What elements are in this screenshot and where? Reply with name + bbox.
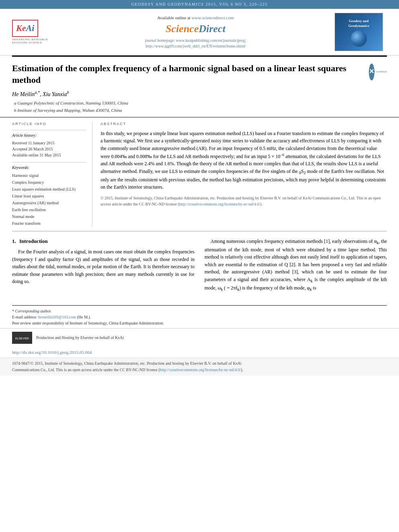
author1: He Meilin [12,91,35,97]
ke-ai-logo: KeAi ADVANCING RESEARCH EVOLVING SCIENCE [12,20,56,45]
journal-cover-title: Geodesy andGeodynamics [347,17,371,30]
footer-license-link[interactable]: http://creativecommons.org/licenses/by-n… [160,368,241,372]
journal-cover-right: Geodesy andGeodynamics [335,13,387,51]
article-info-label: Article Info [12,121,86,127]
svg-text:ELSEVIER: ELSEVIER [15,337,29,340]
intro-body-right: Among numerous complex frequency estimat… [205,238,387,293]
elsevier-logo: ELSEVIER [12,332,32,344]
article-info-column: Article Info Article history: Received 1… [12,121,93,227]
elsevier-logo-svg: ELSEVIER [13,332,31,343]
kw5: Autoregressive (AR) method [12,199,86,206]
intro-right: Among numerous complex frequency estimat… [205,238,387,295]
elsevier-production-text: Production and Hosting by Elsevier on be… [36,335,124,341]
science-word: Science [166,23,199,35]
abstract-body: In this study, we propose a simple linea… [101,130,387,191]
kw8: Fourier transform [12,220,86,227]
globe-graphic [351,31,367,47]
science-direct-logo: ScienceDirect [56,22,335,36]
available-online-text: Available online at www.sciencedirect.co… [56,15,335,21]
cc-license-link[interactable]: http://creativecommons.org/licenses/by-n… [179,202,260,206]
title-section: Estimation of the complex frequency of a… [0,57,399,117]
header-section: KeAi ADVANCING RESEARCH EVOLVING SCIENCE… [0,9,399,55]
footnote-section: * Corresponding author. E-mail address: … [12,305,387,326]
journal-header-bar: Geodesy and Geodynamics 2015, Vol 6 No 3… [0,0,399,9]
doi-link[interactable]: http://dx.doi.org/10.1016/j.geog.2015.05… [12,350,92,355]
email-link[interactable]: hemeilin269@163.com [38,315,76,319]
science-direct-url: www.sciencedirect.com [191,15,234,20]
footnote-content: * Corresponding author. E-mail address: … [12,308,387,326]
authors: He Meilina,*, Xiu Yanxiab [12,90,387,98]
main-content-section: Article Info Article history: Received 1… [0,117,399,231]
received-date: Received 11 January 2015 [12,140,86,146]
journal-url1[interactable]: www.keaipublishing.com/en/journals/geog [176,38,245,43]
affiliation-a: a Guangxi Polytechnic of Construction, N… [14,100,387,106]
elsevier-footer: ELSEVIER Production and Hosting by Elsev… [0,328,399,347]
intro-para2: Among numerous complex frequency estimat… [205,238,387,293]
author2: Xiu Yanxia [43,91,67,97]
journal-url2[interactable]: http://www.jgg09.com/jweb_ddcl_en/EN/vol… [146,44,245,48]
crossmark-circle: ✕ [369,64,374,80]
peer-review-text: Peer review under responsibility of Inst… [12,320,387,326]
copyright-text: © 2015, Institute of Seismology, China E… [101,195,387,207]
kw6: Earth free oscillation [12,206,86,213]
intro-heading: 1. Introduction [12,238,195,245]
crossmark-badge: ✕ CrossMark [369,63,387,81]
email-line: E-mail address: hemeilin269@163.com (He … [12,314,387,320]
journal-links: journal homepage: www.keaipublishing.com… [56,38,335,49]
ke-ai-box: KeAi [12,20,38,37]
section-number: 1. [12,238,16,244]
bottom-footer-bar: 1674-9847/© 2015, Institute of Seismolog… [0,357,399,376]
article-history-title: Article history: [12,133,86,138]
kw1: Harmonic signal [12,172,86,179]
direct-word: Direct [199,23,225,35]
doi-section: http://dx.doi.org/10.1016/j.geog.2015.05… [0,347,399,357]
journal-title-bar: Geodesy and Geodynamics 2015, Vol 6 No 3… [131,2,267,6]
advancing-text: ADVANCING RESEARCH EVOLVING SCIENCE [12,38,56,45]
corresponding-label: * Corresponding author. [12,308,387,314]
bottom-line2: Communications Co., Ltd. This is an open… [12,368,243,372]
available-date: Available online 31 May 2015 [12,152,86,158]
intro-left: 1. Introduction For the Fourier analysis… [12,238,195,295]
crossmark-icon: ✕ [369,67,374,76]
body-section: 1. Introduction For the Fourier analysis… [0,232,399,301]
kw4: Linear least squares [12,193,86,199]
abstract-text: In this study, we propose a simple linea… [101,130,387,191]
keywords-title: Keywords: [12,165,86,170]
kw2: Complex frequency [12,179,86,186]
kw3: Least squares estimation method (LLS) [12,186,86,193]
kw7: Normal mode [12,213,86,220]
affiliation-b: b Institute of Surveying and Mapping, Wu… [14,107,387,113]
intro-body-left: For the Fourier analysis of a signal, in… [12,248,195,286]
accepted-date: Accepted 26 March 2015 [12,146,86,152]
journal-cover-image: Geodesy andGeodynamics [335,13,383,51]
crossmark-label: CrossMark [374,70,387,74]
bottom-line1: 1674-9847/© 2015, Institute of Seismolog… [12,361,242,366]
ai-text: Ai [26,23,34,33]
intro-para1: For the Fourier analysis of a signal, in… [12,248,195,286]
header-center: Available online at www.sciencedirect.co… [56,15,335,49]
section-title: Introduction [19,238,48,244]
abstract-label: Abstract [101,121,387,127]
paper-title: Estimation of the complex frequency of a… [12,63,365,86]
affiliations: a Guangxi Polytechnic of Construction, N… [12,100,387,113]
abstract-column: Abstract In this study, we propose a sim… [101,121,387,227]
article-history-block: Article history: Received 11 January 201… [12,130,86,158]
keywords-block: Keywords: Harmonic signal Complex freque… [12,162,86,227]
email-suffix: (He M.). [77,315,91,319]
ke-text: Ke [16,23,26,33]
